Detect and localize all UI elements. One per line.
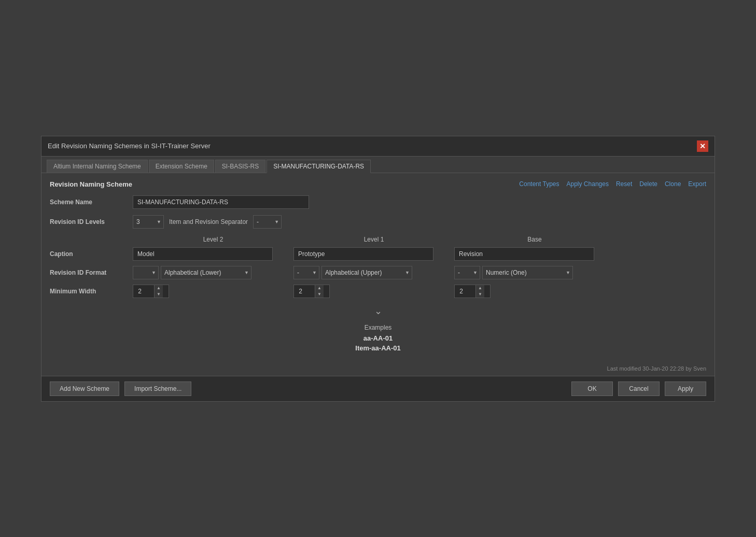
chevron-section: ⌄ [50, 305, 706, 317]
level2-sep-select[interactable]: - . [133, 266, 159, 279]
bottom-right-buttons: OK Cancel Apply [571, 381, 706, 396]
separator-select-wrapper: - . _ [253, 215, 282, 229]
level2-format-select[interactable]: Alphabetical (Lower) Alphabetical (Upper… [161, 266, 251, 279]
separator-label: Item and Revision Separator [169, 218, 248, 225]
level2-minwidth-input[interactable] [133, 288, 154, 295]
level2-header: Level 2 [133, 236, 293, 243]
level2-caption-input[interactable] [133, 247, 273, 261]
delete-link[interactable]: Delete [639, 180, 657, 188]
level1-minwidth-cell: ▲ ▼ [293, 285, 454, 298]
base-caption-input[interactable] [454, 247, 594, 261]
level1-minwidth-input[interactable] [294, 288, 315, 295]
bottom-left-buttons: Add New Scheme Import Scheme... [50, 381, 191, 396]
base-spinbox-arrows: ▲ ▼ [475, 285, 484, 298]
level1-minwidth-spinbox[interactable]: ▲ ▼ [293, 285, 330, 298]
apply-button[interactable]: Apply [665, 381, 706, 396]
level1-format-cell: - . Alphabetical (Upper) Alphabetical (L… [293, 266, 454, 279]
apply-changes-link[interactable]: Apply Changes [567, 180, 609, 188]
level1-format-select[interactable]: Alphabetical (Upper) Alphabetical (Lower… [321, 266, 412, 279]
level2-minwidth-cell: ▲ ▼ [133, 285, 293, 298]
level2-format-cell: - . Alphabetical (Lower) Alphabetical (U… [133, 266, 293, 279]
level2-format-wrapper: Alphabetical (Lower) Alphabetical (Upper… [161, 266, 251, 279]
section-header: Revision Naming Scheme Content Types App… [50, 180, 706, 188]
examples-section: Examples aa-AA-01 Item-aa-AA-01 [50, 324, 706, 352]
levels-select-wrapper: 3 1 2 4 [133, 215, 164, 229]
base-format-wrapper: Numeric (One) Alphabetical (Lower) Alpha… [482, 266, 573, 279]
tab-si-basis[interactable]: SI-BASIS-RS [215, 160, 265, 173]
level2-spinbox-arrows: ▲ ▼ [154, 285, 163, 298]
base-caption-cell [454, 247, 615, 261]
level1-sep-select[interactable]: - . [293, 266, 319, 279]
import-scheme-button[interactable]: Import Scheme... [124, 381, 191, 396]
scheme-name-input[interactable] [133, 195, 309, 209]
base-minwidth-cell: ▲ ▼ [454, 285, 615, 298]
revision-id-format-label: Revision ID Format [50, 269, 133, 276]
content-types-link[interactable]: Content Types [519, 180, 559, 188]
examples-label: Examples [50, 324, 706, 331]
base-spinbox-down[interactable]: ▼ [476, 291, 484, 298]
ok-button[interactable]: OK [571, 381, 613, 396]
min-width-row: Minimum Width ▲ ▼ ▲ [133, 285, 706, 298]
base-sep-select[interactable]: - . [454, 266, 480, 279]
level1-spinbox-down[interactable]: ▼ [315, 291, 324, 298]
caption-label: Caption [50, 250, 133, 258]
level2-spinbox-up[interactable]: ▲ [155, 285, 163, 291]
reset-link[interactable]: Reset [616, 180, 632, 188]
section-title: Revision Naming Scheme [50, 180, 132, 188]
scheme-name-row: Scheme Name [50, 195, 706, 209]
main-dialog: Edit Revision Naming Schemes in SI-IT-Tr… [41, 136, 715, 402]
levels-grid: Level 2 Level 1 Base Caption Revision [133, 236, 706, 298]
revision-id-levels-label: Revision ID Levels [50, 218, 133, 225]
last-modified: Last modified 30-Jan-20 22:28 by Sven [41, 361, 715, 376]
example2-value: Item-aa-AA-01 [50, 344, 706, 352]
level2-caption-cell [133, 247, 293, 261]
scheme-name-label: Scheme Name [50, 199, 133, 206]
level2-sep-wrapper: - . [133, 266, 159, 279]
level1-spinbox-up[interactable]: ▲ [315, 285, 324, 291]
cancel-button[interactable]: Cancel [618, 381, 660, 396]
level1-sep-wrapper: - . [293, 266, 319, 279]
levels-select[interactable]: 3 1 2 4 [133, 215, 164, 229]
base-header: Base [454, 236, 615, 243]
tab-si-mfg[interactable]: SI-MANUFACTURING-DATA-RS [267, 160, 371, 173]
base-spinbox-up[interactable]: ▲ [476, 285, 484, 291]
base-format-cell: - . Numeric (One) Alphabetical (Lower) A… [454, 266, 615, 279]
base-format-select[interactable]: Numeric (One) Alphabetical (Lower) Alpha… [482, 266, 573, 279]
level2-minwidth-spinbox[interactable]: ▲ ▼ [133, 285, 169, 298]
clone-link[interactable]: Clone [665, 180, 681, 188]
example1-value: aa-AA-01 [50, 334, 706, 342]
dialog-title: Edit Revision Naming Schemes in SI-IT-Tr… [48, 142, 211, 150]
tab-extension[interactable]: Extension Scheme [149, 160, 214, 173]
toolbar-links: Content Types Apply Changes Reset Delete… [519, 180, 706, 188]
bottom-bar: Add New Scheme Import Scheme... OK Cance… [41, 376, 715, 401]
level2-spinbox-down[interactable]: ▼ [155, 291, 163, 298]
separator-select[interactable]: - . _ [253, 215, 282, 229]
add-new-scheme-button[interactable]: Add New Scheme [50, 381, 119, 396]
base-minwidth-input[interactable] [455, 288, 475, 295]
revision-id-levels-row: Revision ID Levels 3 1 2 4 Item and Revi… [50, 215, 706, 229]
chevron-icon: ⌄ [374, 306, 382, 316]
level1-caption-cell [293, 247, 454, 261]
level1-format-wrapper: Alphabetical (Upper) Alphabetical (Lower… [321, 266, 412, 279]
min-width-label: Minimum Width [50, 288, 133, 295]
level1-header: Level 1 [293, 236, 454, 243]
level1-caption-input[interactable] [293, 247, 433, 261]
base-sep-wrapper: - . [454, 266, 480, 279]
caption-row: Caption [133, 247, 706, 261]
content-area: Revision Naming Scheme Content Types App… [41, 173, 715, 361]
levels-header-row: Level 2 Level 1 Base [133, 236, 706, 243]
levels-controls: 3 1 2 4 Item and Revision Separator - . … [133, 215, 282, 229]
revision-id-format-row: Revision ID Format - . Alphabetical (Low… [133, 266, 706, 279]
tab-bar: Altium Internal Naming Scheme Extension … [41, 157, 715, 173]
close-button[interactable]: ✕ [697, 140, 708, 152]
tab-altium[interactable]: Altium Internal Naming Scheme [47, 160, 148, 173]
level1-spinbox-arrows: ▲ ▼ [315, 285, 324, 298]
base-minwidth-spinbox[interactable]: ▲ ▼ [454, 285, 491, 298]
export-link[interactable]: Export [688, 180, 706, 188]
title-bar: Edit Revision Naming Schemes in SI-IT-Tr… [41, 136, 715, 157]
